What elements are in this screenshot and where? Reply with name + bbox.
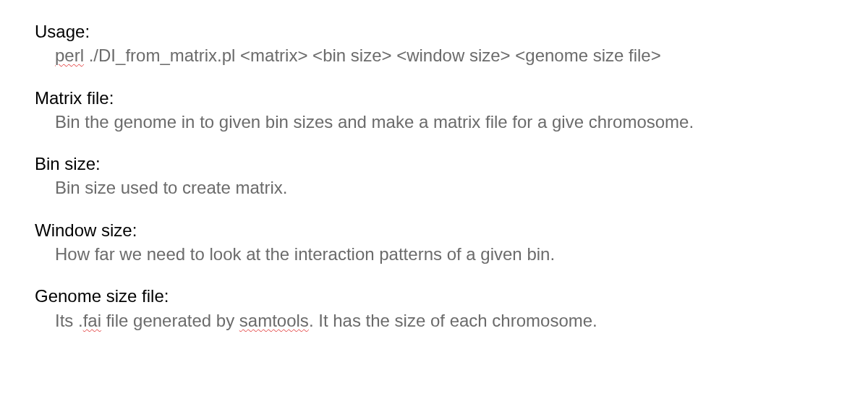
genomesize-body: Its .fai file generated by samtools. It … — [35, 308, 833, 332]
matrix-section: Matrix file: Bin the genome in to given … — [35, 87, 833, 134]
spellcheck-word-fai: fai — [83, 311, 101, 330]
windowsize-heading: Window size: — [35, 219, 833, 241]
genomesize-mid: file generated by — [101, 311, 239, 330]
spellcheck-word-perl: perl — [55, 46, 84, 65]
binsize-heading: Bin size: — [35, 152, 833, 175]
genomesize-section: Genome size file: Its .fai file generate… — [35, 285, 833, 332]
usage-section: Usage: perl ./DI_from_matrix.pl <matrix>… — [35, 20, 833, 68]
windowsize-section: Window size: How far we need to look at … — [35, 219, 833, 267]
genomesize-heading: Genome size file: — [35, 285, 833, 307]
binsize-body: Bin size used to create matrix. — [35, 175, 833, 199]
windowsize-body: How far we need to look at the interacti… — [35, 241, 833, 266]
matrix-heading: Matrix file: — [35, 87, 833, 109]
binsize-section: Bin size: Bin size used to create matrix… — [35, 152, 833, 200]
usage-heading: Usage: — [35, 20, 833, 43]
usage-body: perl ./DI_from_matrix.pl <matrix> <bin s… — [35, 43, 833, 67]
genomesize-prefix: Its . — [55, 311, 83, 330]
usage-command: ./DI_from_matrix.pl <matrix> <bin size> … — [84, 46, 661, 65]
matrix-body: Bin the genome in to given bin sizes and… — [35, 109, 833, 134]
spellcheck-word-samtools: samtools — [239, 311, 309, 330]
genomesize-suffix: . It has the size of each chromosome. — [309, 311, 597, 330]
